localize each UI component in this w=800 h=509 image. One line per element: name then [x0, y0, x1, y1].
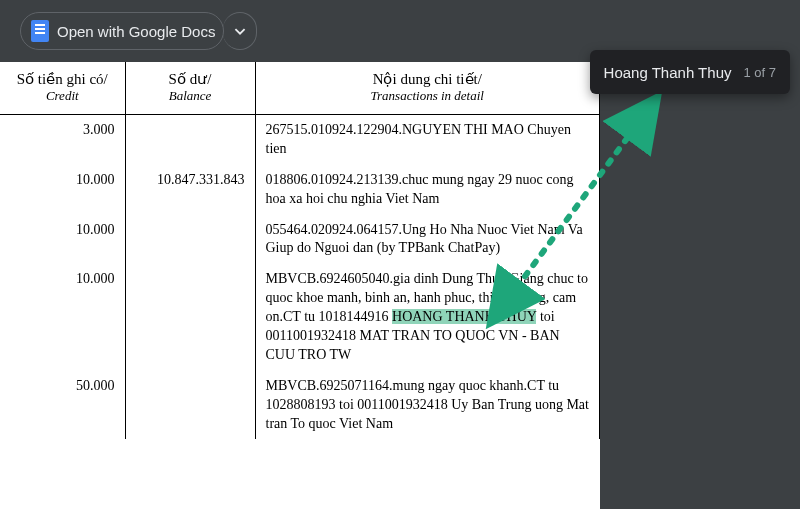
cell-balance	[125, 115, 255, 165]
google-docs-icon	[31, 20, 49, 42]
cell-detail: MBVCB.6925071164.mung ngay quoc khanh.CT…	[255, 371, 600, 440]
caret-down-icon	[229, 20, 251, 42]
table-row: 3.000267515.010924.122904.NGUYEN THI MAO…	[0, 115, 600, 165]
col-credit-header: Số tiền ghi có/ Credit	[0, 62, 125, 115]
cell-balance	[125, 215, 255, 265]
cell-detail: 055464.020924.064157.Ung Ho Nha Nuoc Vie…	[255, 215, 600, 265]
cell-balance: 10.847.331.843	[125, 165, 255, 215]
table-row: 10.00010.847.331.843018806.010924.213139…	[0, 165, 600, 215]
open-with-gdocs-button[interactable]: Open with Google Docs	[20, 12, 224, 50]
transactions-table: Số tiền ghi có/ Credit Số dư/ Balance Nộ…	[0, 62, 600, 439]
cell-detail: MBVCB.6924605040.gia dinh Dung Thuy Gian…	[255, 264, 600, 370]
col-balance-header: Số dư/ Balance	[125, 62, 255, 115]
table-row: 10.000MBVCB.6924605040.gia dinh Dung Thu…	[0, 264, 600, 370]
find-in-document-bar[interactable]: Hoang Thanh Thuy 1 of 7	[590, 50, 790, 94]
find-count: 1 of 7	[743, 65, 776, 80]
open-with-label: Open with Google Docs	[57, 23, 215, 40]
cell-credit: 10.000	[0, 215, 125, 265]
cell-balance	[125, 371, 255, 440]
cell-credit: 10.000	[0, 264, 125, 370]
cell-balance	[125, 264, 255, 370]
document-page: Số tiền ghi có/ Credit Số dư/ Balance Nộ…	[0, 62, 600, 509]
table-row: 50.000MBVCB.6925071164.mung ngay quoc kh…	[0, 371, 600, 440]
col-detail-header: Nội dung chi tiết/ Transactions in detai…	[255, 62, 600, 115]
cell-detail: 018806.010924.213139.chuc mung ngay 29 n…	[255, 165, 600, 215]
cell-credit: 50.000	[0, 371, 125, 440]
search-highlight: HOANG THANH THUY	[392, 309, 536, 324]
cell-detail: 267515.010924.122904.NGUYEN THI MAO Chuy…	[255, 115, 600, 165]
cell-credit: 3.000	[0, 115, 125, 165]
find-query-text: Hoang Thanh Thuy	[604, 64, 732, 81]
open-with-dropdown[interactable]	[223, 12, 257, 50]
cell-credit: 10.000	[0, 165, 125, 215]
table-row: 10.000055464.020924.064157.Ung Ho Nha Nu…	[0, 215, 600, 265]
